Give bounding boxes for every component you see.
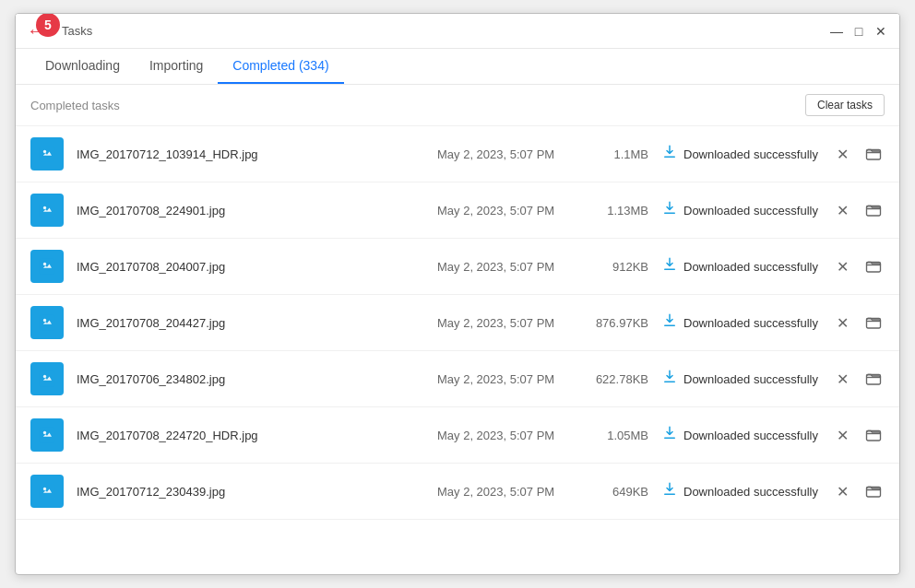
file-status: Downloaded successfully: [661, 369, 818, 389]
svg-rect-15: [40, 428, 55, 443]
file-status: Downloaded successfully: [661, 312, 818, 333]
status-text: Downloaded successfully: [683, 372, 818, 386]
file-name: IMG_20170708_204427.jpg: [77, 316, 424, 330]
file-icon: [30, 250, 64, 283]
status-text: Downloaded successfully: [683, 429, 818, 442]
svg-point-1: [43, 150, 46, 153]
row-actions: ✕: [831, 368, 885, 390]
clear-tasks-button[interactable]: Clear tasks: [805, 94, 885, 116]
file-size: 649KB: [579, 485, 648, 499]
file-status: Downloaded successfully: [661, 425, 818, 445]
file-icon: [30, 362, 64, 395]
svg-rect-12: [40, 371, 55, 387]
tab-downloading[interactable]: Downloading: [30, 49, 135, 84]
file-name: IMG_20170712_103914_HDR.jpg: [77, 147, 424, 161]
file-date: May 2, 2023, 5:07 PM: [437, 372, 566, 386]
file-date: May 2, 2023, 5:07 PM: [437, 260, 566, 274]
maximize-button[interactable]: □: [851, 24, 866, 39]
file-icon: [30, 475, 64, 508]
file-date: May 2, 2023, 5:07 PM: [437, 204, 566, 218]
file-size: 622.78KB: [579, 372, 648, 386]
remove-button[interactable]: ✕: [831, 480, 853, 502]
folder-button[interactable]: [862, 480, 885, 502]
tab-importing[interactable]: Importing: [135, 49, 218, 84]
status-text: Downloaded successfully: [683, 204, 818, 218]
svg-point-7: [43, 263, 46, 265]
content-area: Completed tasks Clear tasks IMG_20170712…: [16, 85, 899, 574]
download-success-icon: [661, 312, 678, 333]
download-success-icon: [661, 200, 678, 220]
folder-button[interactable]: [862, 255, 885, 277]
table-row: IMG_20170712_230439.jpg May 2, 2023, 5:0…: [16, 464, 899, 520]
badge: 5: [36, 13, 60, 37]
row-actions: ✕: [831, 199, 885, 221]
tabs-bar: Downloading Importing Completed (334): [16, 49, 899, 85]
row-actions: ✕: [831, 424, 885, 446]
minimize-button[interactable]: —: [829, 24, 844, 39]
file-size: 1.05MB: [579, 429, 648, 442]
download-success-icon: [661, 425, 678, 445]
file-icon: [30, 306, 64, 339]
status-text: Downloaded successfully: [683, 147, 818, 161]
file-name: IMG_20170712_230439.jpg: [77, 485, 424, 499]
file-icon: [30, 194, 64, 227]
remove-button[interactable]: ✕: [831, 424, 853, 446]
back-button[interactable]: ← 5: [27, 20, 45, 41]
folder-button[interactable]: [862, 199, 885, 221]
table-row: IMG_20170706_234802.jpg May 2, 2023, 5:0…: [16, 351, 899, 407]
row-actions: ✕: [831, 255, 885, 277]
file-size: 1.13MB: [579, 204, 648, 218]
table-row: IMG_20170708_204007.jpg May 2, 2023, 5:0…: [16, 239, 899, 295]
file-size: 912KB: [579, 260, 648, 274]
file-icon: [30, 418, 64, 452]
remove-button[interactable]: ✕: [831, 312, 853, 334]
folder-button[interactable]: [862, 143, 885, 165]
file-status: Downloaded successfully: [661, 256, 818, 276]
svg-point-19: [43, 488, 46, 490]
download-success-icon: [661, 481, 678, 501]
remove-button[interactable]: ✕: [831, 368, 853, 390]
remove-button[interactable]: ✕: [831, 143, 853, 165]
row-actions: ✕: [831, 143, 885, 165]
svg-point-13: [43, 375, 46, 378]
file-size: 876.97KB: [579, 316, 648, 330]
table-row: IMG_20170708_224720_HDR.jpg May 2, 2023,…: [16, 407, 899, 464]
file-icon: [30, 137, 64, 171]
svg-rect-18: [40, 484, 55, 500]
file-name: IMG_20170706_234802.jpg: [77, 372, 424, 386]
file-date: May 2, 2023, 5:07 PM: [437, 316, 566, 330]
table-row: IMG_20170712_103914_HDR.jpg May 2, 2023,…: [16, 126, 899, 182]
folder-button[interactable]: [862, 368, 885, 390]
download-success-icon: [661, 369, 678, 389]
file-list: IMG_20170712_103914_HDR.jpg May 2, 2023,…: [16, 126, 899, 574]
svg-rect-0: [40, 147, 55, 162]
download-success-icon: [661, 256, 678, 276]
tab-completed[interactable]: Completed (334): [218, 49, 343, 84]
svg-point-10: [43, 319, 46, 322]
svg-rect-9: [40, 315, 55, 331]
window-title: Tasks: [62, 24, 92, 38]
folder-button[interactable]: [862, 424, 885, 446]
remove-button[interactable]: ✕: [831, 255, 853, 277]
svg-rect-6: [40, 259, 55, 275]
status-text: Downloaded successfully: [683, 485, 818, 499]
folder-button[interactable]: [862, 312, 885, 334]
status-text: Downloaded successfully: [683, 260, 818, 274]
table-row: IMG_20170708_224901.jpg May 2, 2023, 5:0…: [16, 182, 899, 239]
file-name: IMG_20170708_224901.jpg: [77, 204, 424, 218]
file-name: IMG_20170708_204007.jpg: [77, 260, 424, 274]
file-date: May 2, 2023, 5:07 PM: [437, 429, 566, 442]
svg-point-4: [43, 206, 46, 209]
file-status: Downloaded successfully: [661, 144, 818, 164]
task-header-label: Completed tasks: [30, 99, 120, 112]
close-button[interactable]: ✕: [873, 24, 888, 39]
row-actions: ✕: [831, 312, 885, 334]
file-name: IMG_20170708_224720_HDR.jpg: [77, 429, 424, 442]
file-date: May 2, 2023, 5:07 PM: [437, 485, 566, 499]
remove-button[interactable]: ✕: [831, 199, 853, 221]
window-controls: — □ ✕: [829, 24, 888, 39]
file-status: Downloaded successfully: [661, 200, 818, 220]
title-bar: ← 5 Tasks — □ ✕: [16, 14, 899, 49]
title-bar-left: ← 5 Tasks: [27, 20, 92, 41]
download-success-icon: [661, 144, 678, 164]
